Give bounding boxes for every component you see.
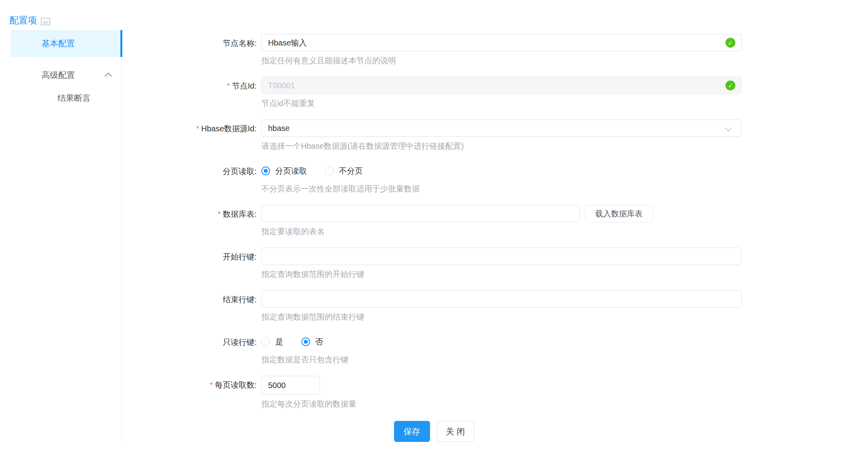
radio-icon — [301, 337, 310, 346]
check-circle-icon: ✓ — [725, 81, 735, 91]
field-label: 结束行键: — [0, 290, 257, 322]
radio-option-unpaged[interactable]: 不分页 — [325, 166, 363, 176]
field-help-text: 请选择一个Hbase数据源(请在数据源管理中进行链接配置) — [261, 141, 868, 152]
field-label: 分页读取: — [0, 162, 257, 194]
chevron-down-icon — [725, 124, 732, 131]
field-label: *节点Id: — [0, 77, 257, 109]
radio-option-no[interactable]: 否 — [301, 337, 323, 347]
image-placeholder-icon — [41, 18, 50, 25]
radio-icon — [325, 167, 334, 175]
field-help-text: 不分页表示一次性全部读取适用于少批量数据 — [261, 184, 868, 194]
form-row-page-size: *每页读取数: 指定每次分页读取的数据量 — [0, 376, 868, 409]
required-marker: * — [218, 210, 221, 218]
form-row-node-id: *节点Id: ✓ 节点id不能重复 — [0, 77, 868, 109]
required-marker: * — [210, 381, 213, 389]
field-help-text: 指定查询数据范围的开始行键 — [261, 269, 868, 280]
form-row-end-rowkey: 结束行键: 指定查询数据范围的结束行键 — [0, 290, 868, 322]
node-config-form: 节点名称: ✓ 指定任何有意义且能描述本节点的说明 *节点Id: ✓ 节点id不… — [0, 34, 868, 420]
close-button[interactable]: 关 闭 — [437, 421, 474, 442]
load-tables-button[interactable]: 载入数据库表 — [585, 205, 653, 222]
form-row-datasource-id: *Hbase数据源Id: hbase 请选择一个Hbase数据源(请在数据源管理… — [0, 119, 868, 152]
datasource-select[interactable]: hbase — [261, 119, 742, 137]
node-id-input — [261, 77, 742, 94]
field-help-text: 节点id不能重复 — [261, 98, 868, 109]
radio-icon — [261, 337, 270, 346]
field-help-text: 指定任何有意义且能描述本节点的说明 — [261, 55, 868, 66]
selected-option-label: hbase — [268, 124, 290, 133]
field-label: *数据库表: — [0, 205, 257, 237]
field-label: 只读行键: — [0, 333, 257, 365]
form-row-start-rowkey: 开始行键: 指定查询数据范围的开始行键 — [0, 248, 868, 280]
form-footer: 保存 关 闭 — [0, 421, 868, 442]
node-name-input[interactable] — [261, 34, 742, 51]
page-title: 配置项 — [10, 14, 37, 27]
panel-header: 配置项 — [10, 14, 50, 27]
radio-option-paged[interactable]: 分页读取 — [261, 166, 307, 176]
page-size-input[interactable] — [261, 376, 320, 395]
field-help-text: 指定查询数据范围的结束行键 — [261, 312, 868, 322]
form-row-paging-mode: 分页读取: 分页读取 不分页 不分页表示一次性全部读取适用于少批量数据 — [0, 162, 868, 194]
end-rowkey-input[interactable] — [261, 290, 742, 308]
radio-option-yes[interactable]: 是 — [261, 337, 283, 347]
form-row-node-name: 节点名称: ✓ 指定任何有意义且能描述本节点的说明 — [0, 34, 868, 66]
database-table-input[interactable] — [261, 205, 580, 222]
save-button[interactable]: 保存 — [394, 421, 430, 442]
field-label: *每页读取数: — [0, 376, 257, 409]
start-rowkey-input[interactable] — [261, 248, 742, 265]
form-row-rowkey-only: 只读行键: 是 否 指定数据是否只包含行键 — [0, 333, 868, 365]
field-help-text: 指定要读取的表名 — [261, 226, 868, 237]
field-help-text: 指定每次分页读取的数据量 — [261, 399, 868, 409]
field-label: *Hbase数据源Id: — [0, 119, 257, 152]
required-marker: * — [196, 124, 199, 133]
field-label: 开始行键: — [0, 248, 257, 280]
paging-radio-group: 分页读取 不分页 — [261, 162, 868, 180]
field-help-text: 指定数据是否只包含行键 — [261, 354, 868, 365]
radio-icon — [261, 167, 270, 175]
required-marker: * — [227, 81, 230, 90]
field-label: 节点名称: — [0, 34, 257, 66]
rowkey-only-radio-group: 是 否 — [261, 333, 868, 350]
check-circle-icon: ✓ — [725, 38, 735, 48]
form-row-database-table: *数据库表: 载入数据库表 指定要读取的表名 — [0, 205, 868, 237]
